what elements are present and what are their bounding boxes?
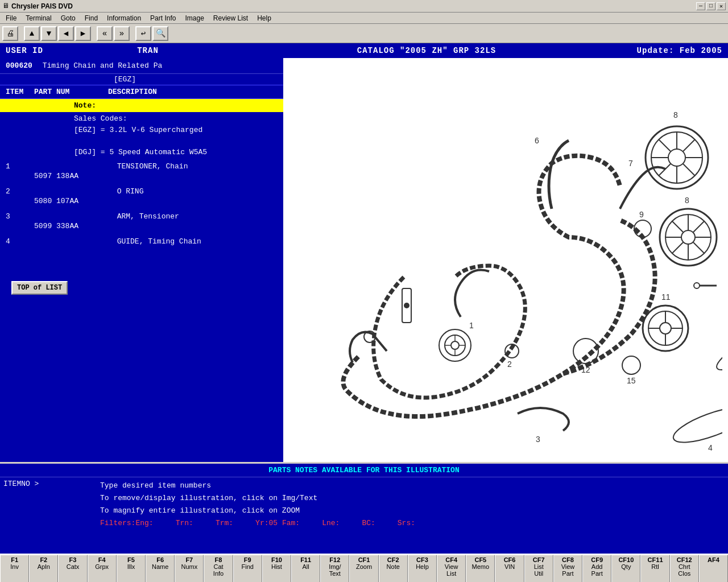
svg-text:9: 9 xyxy=(639,210,644,219)
up-button[interactable]: ▲ xyxy=(24,26,40,41)
menu-image[interactable]: Image xyxy=(180,13,208,23)
fkey-f11[interactable]: F11All xyxy=(291,555,320,582)
note-label: Note: xyxy=(74,101,96,110)
top-list-area: TOP of LIST xyxy=(0,247,283,309)
bottom-area: PARTS NOTES AVAILABLE FOR THIS ILLUSTRAT… xyxy=(0,462,728,554)
menu-part-info[interactable]: Part Info xyxy=(146,13,180,23)
part-item-4-desc: 4 GUIDE, Timing Chain xyxy=(0,234,283,247)
fkey-cf4[interactable]: CF4View List xyxy=(437,555,466,582)
sales-codes: Sales Codes: [EGZ] = 3.2L V-6 Supercharg… xyxy=(0,112,283,159)
fkey-cf1[interactable]: CF1Zoom xyxy=(349,555,378,582)
menubar: File Terminal Goto Find Information Part… xyxy=(0,13,728,24)
col-partnum-header: PART NUM xyxy=(34,88,108,96)
menu-find[interactable]: Find xyxy=(80,13,102,23)
svg-text:8: 8 xyxy=(673,110,678,119)
menu-file[interactable]: File xyxy=(1,13,21,23)
fkey-f2[interactable]: F2Apln xyxy=(29,555,58,582)
print-button[interactable]: 🖨 xyxy=(2,26,18,41)
filters-eng: Filters:Eng: xyxy=(100,519,154,527)
maximize-button[interactable]: □ xyxy=(706,2,715,10)
svg-text:7: 7 xyxy=(628,159,633,168)
main-area: 000620 Timing Chain and Related Pa [EGZ]… xyxy=(0,58,728,462)
item4-description: GUIDE, Timing Chain xyxy=(117,237,201,246)
part-header: 000620 Timing Chain and Related Pa xyxy=(0,58,283,74)
fkey-f5[interactable]: F5Illx xyxy=(117,555,146,582)
srs-label: Srs: xyxy=(398,519,415,527)
instruction-line2: To remove/display illustration, click on… xyxy=(100,492,719,505)
window-controls: — □ ✕ xyxy=(696,2,726,10)
fkey-af4[interactable]: AF4 xyxy=(699,555,728,582)
bc-label: BC: xyxy=(362,519,375,527)
item2-num: 2 xyxy=(6,187,34,196)
fkey-cf2[interactable]: CF2Note xyxy=(379,555,408,582)
fkey-cf7[interactable]: CF7List Util xyxy=(524,555,553,582)
last-button[interactable]: » xyxy=(114,26,130,41)
col-desc-header: DESCRIPTION xyxy=(108,88,278,96)
userid-label: USER ID xyxy=(6,46,63,55)
menu-information[interactable]: Information xyxy=(102,13,146,23)
fkey-cf8[interactable]: CF8View Part xyxy=(553,555,582,582)
svg-text:1: 1 xyxy=(469,321,474,330)
item1-description: TENSIONER, Chain xyxy=(117,162,188,171)
part-item-3-desc: 3 ARM, Tensioner xyxy=(0,209,283,222)
fkey-f10[interactable]: F10Hist xyxy=(262,555,291,582)
fkey-cf6[interactable]: CF6VIN xyxy=(495,555,524,582)
fkey-cf3[interactable]: CF3Help xyxy=(408,555,437,582)
app-title: Chrysler PAIS DVD xyxy=(11,2,696,10)
yr-label: Yr:05 Fam: xyxy=(255,519,300,527)
col-item-header: ITEM xyxy=(6,88,34,96)
part-code: [EGZ] xyxy=(0,74,283,85)
svg-text:6: 6 xyxy=(535,136,539,145)
fkey-cf9[interactable]: CF9Add Part xyxy=(582,555,611,582)
itemno-area: ITEMNO > xyxy=(3,480,94,530)
svg-rect-0 xyxy=(290,61,722,453)
illustration: 8 8 xyxy=(290,61,722,459)
update-info: Update: Feb 2005 xyxy=(620,46,722,55)
fkey-f8[interactable]: F8Cat Info xyxy=(204,555,233,582)
lne-label: Lne: xyxy=(322,519,340,527)
back-button[interactable]: ↩ xyxy=(135,26,151,41)
fkey-f9[interactable]: F9Find xyxy=(233,555,262,582)
fkey-f12[interactable]: F12Img/ Text xyxy=(320,555,349,582)
header-bar: USER ID TRAN CATALOG "2005 ZH" GRP 32LS … xyxy=(0,43,728,58)
menu-review-list[interactable]: Review List xyxy=(209,13,253,23)
item3-num: 3 xyxy=(6,212,34,221)
menu-goto[interactable]: Goto xyxy=(56,13,80,23)
timing-chain-svg: 8 8 xyxy=(290,61,722,453)
fkey-f7[interactable]: F7Numx xyxy=(175,555,204,582)
menu-terminal[interactable]: Terminal xyxy=(21,13,56,23)
svg-text:2: 2 xyxy=(507,360,512,369)
svg-text:11: 11 xyxy=(661,292,671,302)
itemno-label: ITEMNO > xyxy=(3,480,39,488)
menu-help[interactable]: Help xyxy=(253,13,276,23)
fkey-f1[interactable]: F1Inv xyxy=(0,555,29,582)
left-button[interactable]: ◀ xyxy=(58,26,74,41)
item3-part-number: 5099 338AA xyxy=(34,222,78,230)
fkey-cf11[interactable]: CF11Rtl xyxy=(640,555,669,582)
svg-text:15: 15 xyxy=(627,376,636,385)
toolbar: 🖨 ▲ ▼ ◀ ▶ « » ↩ 🔍 xyxy=(0,24,728,43)
part-item-1-num: 5097 138AA xyxy=(0,172,283,184)
tran-label: TRAN xyxy=(63,46,233,55)
itemno-input[interactable] xyxy=(43,480,89,488)
right-button[interactable]: ▶ xyxy=(75,26,91,41)
item2-description: O RING xyxy=(117,187,144,196)
search-button[interactable]: 🔍 xyxy=(152,26,168,41)
fkey-f3[interactable]: F3Catx xyxy=(58,555,87,582)
fkey-cf5[interactable]: CF5Memo xyxy=(466,555,495,582)
first-button[interactable]: « xyxy=(97,26,113,41)
svg-text:12: 12 xyxy=(581,365,590,374)
part-number: 000620 xyxy=(6,61,32,70)
fkey-f6[interactable]: F6Name xyxy=(146,555,175,582)
svg-text:3: 3 xyxy=(536,435,540,444)
fkey-cf12[interactable]: CF12Chrt Clos xyxy=(670,555,699,582)
top-of-list-button[interactable]: TOP of LIST xyxy=(11,281,68,295)
instruction-line1: Type desired item numbers xyxy=(100,480,719,492)
item2-part-number: 5080 107AA xyxy=(34,197,78,205)
minimize-button[interactable]: — xyxy=(696,2,705,10)
fkey-cf10[interactable]: CF10Qty xyxy=(611,555,640,582)
close-button[interactable]: ✕ xyxy=(717,2,726,10)
fkey-f4[interactable]: F4Grpx xyxy=(88,555,117,582)
down-button[interactable]: ▼ xyxy=(41,26,57,41)
trm-label: Trm: xyxy=(216,519,233,527)
